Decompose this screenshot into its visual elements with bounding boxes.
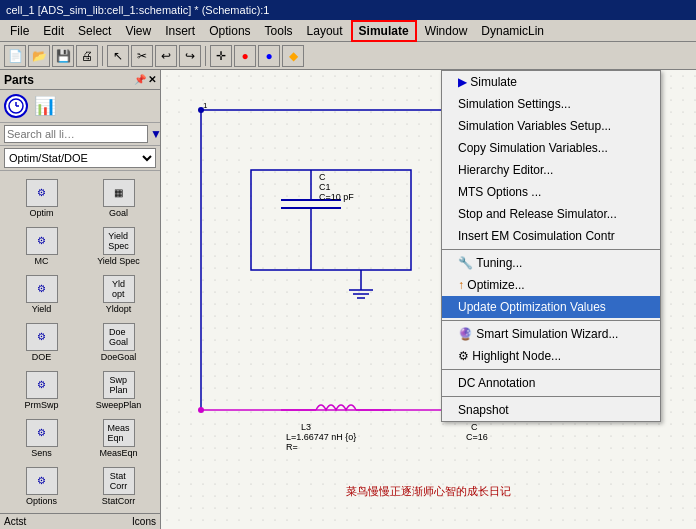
part-prm-swp[interactable]: ⚙ PrmSwp xyxy=(4,367,79,413)
toolbar-undo[interactable]: ↩ xyxy=(155,45,177,67)
parts-icons-row: 📊 xyxy=(0,90,160,123)
menu-item-hierarchy-editor[interactable]: Hierarchy Editor... xyxy=(442,159,660,181)
parts-grid: ⚙ Optim ▦ Goal ⚙ MC YieldSpec Yield Spec… xyxy=(0,171,160,513)
svg-text:R=: R= xyxy=(286,442,298,452)
menu-layout[interactable]: Layout xyxy=(301,22,349,40)
menu-dynamiclin[interactable]: DynamicLin xyxy=(475,22,550,40)
part-meas-eqn[interactable]: MeasEqn MeasEqn xyxy=(81,415,156,461)
toolbar-orange[interactable]: ◆ xyxy=(282,45,304,67)
main-layout: Parts 📌 ✕ 📊 ▼ Optim/Stat/DOE xyxy=(0,70,696,529)
menu-item-optimize[interactable]: ↑ Optimize... xyxy=(442,274,660,296)
svg-text:C1: C1 xyxy=(319,182,331,192)
simulate-dropdown-menu: ▶ Simulate Simulation Settings... Simula… xyxy=(441,70,661,422)
menu-item-tuning[interactable]: 🔧 Tuning... xyxy=(442,252,660,274)
part-sweep-plan[interactable]: SwpPlan SweepPlan xyxy=(81,367,156,413)
parts-chart-icon[interactable]: 📊 xyxy=(34,95,56,117)
part-prm-swp-label: PrmSwp xyxy=(24,400,58,410)
menu-item-dc-annotation[interactable]: DC Annotation xyxy=(442,372,660,394)
toolbar-red[interactable]: ● xyxy=(234,45,256,67)
part-doe-goal[interactable]: DoeGoal DoeGoal xyxy=(81,319,156,365)
menu-separator-3 xyxy=(442,369,660,370)
part-options[interactable]: ⚙ Options xyxy=(4,463,79,509)
parts-pin-icon[interactable]: 📌 xyxy=(134,74,146,85)
menu-separator-2 xyxy=(442,320,660,321)
menu-item-highlight-node[interactable]: ⚙ Highlight Node... xyxy=(442,345,660,367)
optimize-arrow-icon: ↑ xyxy=(458,278,467,292)
watermark: 菜鸟慢慢正逐渐师心智的成长日记 xyxy=(346,484,511,499)
menu-item-simulate[interactable]: ▶ Simulate xyxy=(442,71,660,93)
part-optim[interactable]: ⚙ Optim xyxy=(4,175,79,221)
toolbar-open[interactable]: 📂 xyxy=(28,45,50,67)
menu-select[interactable]: Select xyxy=(72,22,117,40)
menu-window[interactable]: Window xyxy=(419,22,474,40)
svg-text:C=16: C=16 xyxy=(466,432,488,442)
smart-sim-icon: 🔮 xyxy=(458,327,476,341)
menu-bar: File Edit Select View Insert Options Too… xyxy=(0,20,696,42)
part-yield-spec[interactable]: YieldSpec Yield Spec xyxy=(81,223,156,269)
part-sens-label: Sens xyxy=(31,448,52,458)
parts-header-icons: 📌 ✕ xyxy=(134,74,156,85)
parts-header: Parts 📌 ✕ xyxy=(0,70,160,90)
svg-text:C: C xyxy=(471,422,478,432)
parts-clock-icon[interactable] xyxy=(4,94,28,118)
parts-close-icon[interactable]: ✕ xyxy=(148,74,156,85)
search-input[interactable] xyxy=(4,125,148,143)
menu-tools[interactable]: Tools xyxy=(259,22,299,40)
part-yield[interactable]: ⚙ Yield xyxy=(4,271,79,317)
toolbar-print[interactable]: 🖨 xyxy=(76,45,98,67)
part-mc[interactable]: ⚙ MC xyxy=(4,223,79,269)
menu-separator-4 xyxy=(442,396,660,397)
menu-item-smart-simulation[interactable]: 🔮 Smart Simulation Wizard... xyxy=(442,323,660,345)
menu-item-snapshot[interactable]: Snapshot xyxy=(442,399,660,421)
parts-title: Parts xyxy=(4,73,34,87)
part-meas-eqn-label: MeasEqn xyxy=(99,448,137,458)
menu-item-update-optimization[interactable]: Update Optimization Values xyxy=(442,296,660,318)
svg-point-32 xyxy=(198,407,204,413)
menu-edit[interactable]: Edit xyxy=(37,22,70,40)
toolbar-save[interactable]: 💾 xyxy=(52,45,74,67)
dropdown-row: Optim/Stat/DOE xyxy=(0,146,160,171)
part-sens[interactable]: ⚙ Sens xyxy=(4,415,79,461)
part-doe-label: DOE xyxy=(32,352,52,362)
part-doe[interactable]: ⚙ DOE xyxy=(4,319,79,365)
part-stat-corr[interactable]: StatCorr StatCorr xyxy=(81,463,156,509)
toolbar-select[interactable]: ↖ xyxy=(107,45,129,67)
panel-status-bar: Actst Icons xyxy=(0,513,160,529)
toolbar-add[interactable]: ✛ xyxy=(210,45,232,67)
svg-text:C=10 pF: C=10 pF xyxy=(319,192,354,202)
toolbar-cut[interactable]: ✂ xyxy=(131,45,153,67)
part-doe-goal-label: DoeGoal xyxy=(101,352,137,362)
parts-dropdown[interactable]: Optim/Stat/DOE xyxy=(4,148,156,168)
toolbar: 📄 📂 💾 🖨 ↖ ✂ ↩ ↪ ✛ ● ● ◆ xyxy=(0,42,696,70)
toolbar-blue[interactable]: ● xyxy=(258,45,280,67)
menu-file[interactable]: File xyxy=(4,22,35,40)
menu-item-simulation-variables-setup[interactable]: Simulation Variables Setup... xyxy=(442,115,660,137)
menu-simulate[interactable]: Simulate xyxy=(351,20,417,42)
highlight-node-icon: ⚙ xyxy=(458,349,472,363)
part-yldopt[interactable]: Yldopt Yldopt xyxy=(81,271,156,317)
menu-item-stop-release[interactable]: Stop and Release Simulator... xyxy=(442,203,660,225)
svg-text:1: 1 xyxy=(203,101,208,110)
menu-item-copy-simulation-variables[interactable]: Copy Simulation Variables... xyxy=(442,137,660,159)
menu-item-mts-options[interactable]: MTS Options ... xyxy=(442,181,660,203)
part-stat-corr-label: StatCorr xyxy=(102,496,136,506)
part-yield-label: Yield xyxy=(32,304,52,314)
svg-text:L3: L3 xyxy=(301,422,311,432)
panel-status-right: Icons xyxy=(132,516,156,527)
menu-options[interactable]: Options xyxy=(203,22,256,40)
menu-item-insert-em[interactable]: Insert EM Cosimulation Contr xyxy=(442,225,660,247)
title-bar: cell_1 [ADS_sim_lib:cell_1:schematic] * … xyxy=(0,0,696,20)
svg-text:L=1.66747 nH {o}: L=1.66747 nH {o} xyxy=(286,432,356,442)
schematic-area[interactable]: R R1 R=5 C C1 C=10 pF L3 L=1.66747 nH {o… xyxy=(161,70,696,529)
part-optim-label: Optim xyxy=(29,208,53,218)
menu-view[interactable]: View xyxy=(119,22,157,40)
svg-text:C: C xyxy=(319,172,326,182)
toolbar-new[interactable]: 📄 xyxy=(4,45,26,67)
menu-item-simulation-settings[interactable]: Simulation Settings... xyxy=(442,93,660,115)
part-goal[interactable]: ▦ Goal xyxy=(81,175,156,221)
tuning-wrench-icon: 🔧 xyxy=(458,256,476,270)
toolbar-sep-1 xyxy=(102,46,103,66)
part-yldopt-label: Yldopt xyxy=(106,304,132,314)
toolbar-redo[interactable]: ↪ xyxy=(179,45,201,67)
menu-insert[interactable]: Insert xyxy=(159,22,201,40)
